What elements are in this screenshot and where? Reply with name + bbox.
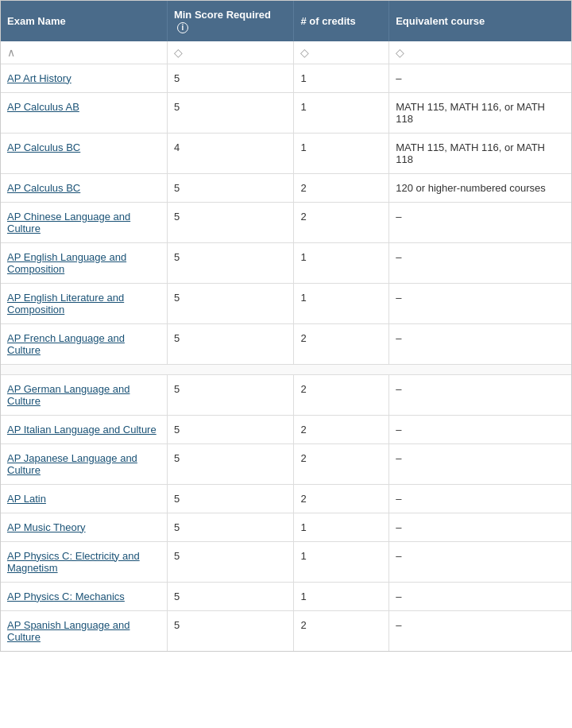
cell-credits: 1	[294, 64, 389, 92]
cell-credits: 1	[294, 582, 389, 610]
exam-link[interactable]: AP Calculus BC	[7, 182, 80, 194]
header-exam-name[interactable]: Exam Name	[1, 1, 167, 41]
cell-credits: 1	[294, 92, 389, 133]
cell-exam-name: AP German Language and Culture	[1, 374, 167, 415]
cell-equivalent: –	[389, 202, 571, 242]
cell-min-score: 5	[167, 323, 294, 364]
exam-link[interactable]: AP Spanish Language and Culture	[7, 619, 129, 643]
cell-min-score: 5	[167, 610, 294, 651]
sort-min-score[interactable]: ◇	[167, 41, 294, 64]
cell-exam-name: AP Music Theory	[1, 513, 167, 541]
table-row: AP Chinese Language and Culture 5 2 –	[1, 202, 571, 242]
table-row: AP English Language and Composition 5 1 …	[1, 242, 571, 283]
exam-link[interactable]: AP Chinese Language and Culture	[7, 211, 130, 234]
cell-credits: 2	[294, 374, 389, 415]
cell-credits: 1	[294, 283, 389, 323]
cell-exam-name: AP Physics C: Mechanics	[1, 582, 167, 610]
table-row: AP Art History 5 1 –	[1, 64, 571, 92]
table-row: AP German Language and Culture 5 2 –	[1, 374, 571, 415]
header-credits[interactable]: # of credits	[294, 1, 389, 41]
cell-min-score: 5	[167, 513, 294, 541]
exam-link[interactable]: AP Art History	[7, 72, 72, 84]
cell-equivalent: MATH 115, MATH 116, or MATH 118	[389, 133, 571, 173]
cell-credits: 2	[294, 323, 389, 364]
cell-min-score: 4	[167, 133, 294, 173]
table-header-row: Exam Name Min Score Required i # of cred…	[1, 1, 571, 41]
cell-min-score: 5	[167, 173, 294, 202]
cell-credits: 2	[294, 202, 389, 242]
cell-equivalent: –	[389, 582, 571, 610]
exam-link[interactable]: AP Physics C: Mechanics	[7, 591, 125, 602]
cell-credits: 2	[294, 610, 389, 651]
cell-equivalent: –	[389, 283, 571, 323]
cell-exam-name: AP Italian Language and Culture	[1, 415, 167, 443]
cell-min-score: 5	[167, 541, 294, 582]
cell-equivalent: –	[389, 242, 571, 283]
table-row: AP Music Theory 5 1 –	[1, 513, 571, 541]
exam-link[interactable]: AP Music Theory	[7, 521, 86, 533]
cell-exam-name: AP English Literature and Composition	[1, 283, 167, 323]
sort-exam[interactable]: ∧	[1, 41, 167, 64]
table-row: AP Italian Language and Culture 5 2 –	[1, 415, 571, 443]
header-equivalent[interactable]: Equivalent course	[389, 1, 571, 41]
cell-min-score: 5	[167, 242, 294, 283]
cell-min-score: 5	[167, 374, 294, 415]
exam-link[interactable]: AP German Language and Culture	[7, 383, 129, 407]
cell-equivalent: –	[389, 541, 571, 582]
cell-exam-name: AP Calculus BC	[1, 173, 167, 202]
exam-link[interactable]: AP French Language and Culture	[7, 332, 125, 356]
exam-link[interactable]: AP Physics C: Electricity and Magnetism	[7, 550, 140, 574]
min-score-info-icon[interactable]: i	[177, 22, 188, 33]
cell-equivalent: –	[389, 415, 571, 443]
cell-exam-name: AP Latin	[1, 484, 167, 513]
table-row: AP Physics C: Mechanics 5 1 –	[1, 582, 571, 610]
table-row: AP Calculus BC 5 2 120 or higher-numbere…	[1, 173, 571, 202]
sort-equivalent[interactable]: ◇	[389, 41, 571, 64]
cell-credits: 1	[294, 541, 389, 582]
cell-credits: 2	[294, 173, 389, 202]
sort-credits[interactable]: ◇	[294, 41, 389, 64]
cell-equivalent: –	[389, 443, 571, 484]
exam-link[interactable]: AP Japanese Language and Culture	[7, 452, 137, 476]
cell-equivalent: –	[389, 64, 571, 92]
cell-exam-name: AP Physics C: Electricity and Magnetism	[1, 541, 167, 582]
cell-exam-name: AP Calculus BC	[1, 133, 167, 173]
exam-link[interactable]: AP Calculus AB	[7, 101, 79, 113]
exam-link[interactable]: AP Italian Language and Culture	[7, 424, 157, 436]
cell-exam-name: AP Calculus AB	[1, 92, 167, 133]
cell-min-score: 5	[167, 92, 294, 133]
sort-row: ∧ ◇ ◇ ◇	[1, 41, 571, 64]
exam-link[interactable]: AP English Language and Composition	[7, 251, 126, 275]
table-row: AP Spanish Language and Culture 5 2 –	[1, 610, 571, 651]
cell-equivalent: –	[389, 484, 571, 513]
cell-min-score: 5	[167, 64, 294, 92]
cell-min-score: 5	[167, 582, 294, 610]
cell-equivalent: MATH 115, MATH 116, or MATH 118	[389, 92, 571, 133]
table-row: AP French Language and Culture 5 2 –	[1, 323, 571, 364]
cell-equivalent: –	[389, 374, 571, 415]
header-min-score[interactable]: Min Score Required i	[167, 1, 294, 41]
cell-exam-name: AP Spanish Language and Culture	[1, 610, 167, 651]
cell-credits: 1	[294, 242, 389, 283]
cell-credits: 2	[294, 484, 389, 513]
cell-equivalent: –	[389, 610, 571, 651]
table-row: AP English Literature and Composition 5 …	[1, 283, 571, 323]
cell-min-score: 5	[167, 415, 294, 443]
table-row: AP Calculus BC 4 1 MATH 115, MATH 116, o…	[1, 133, 571, 173]
cell-credits: 1	[294, 133, 389, 173]
exam-link[interactable]: AP English Literature and Composition	[7, 292, 124, 316]
exam-link[interactable]: AP Calculus BC	[7, 141, 80, 153]
spacer-cell	[1, 364, 571, 374]
cell-credits: 2	[294, 415, 389, 443]
cell-exam-name: AP Chinese Language and Culture	[1, 202, 167, 242]
table-row: AP Calculus AB 5 1 MATH 115, MATH 116, o…	[1, 92, 571, 133]
cell-exam-name: AP French Language and Culture	[1, 323, 167, 364]
cell-min-score: 5	[167, 283, 294, 323]
exam-link[interactable]: AP Latin	[7, 493, 46, 505]
ap-credits-table: Exam Name Min Score Required i # of cred…	[0, 0, 572, 652]
cell-exam-name: AP Art History	[1, 64, 167, 92]
cell-min-score: 5	[167, 202, 294, 242]
table-row: AP Latin 5 2 –	[1, 484, 571, 513]
cell-credits: 1	[294, 513, 389, 541]
cell-exam-name: AP English Language and Composition	[1, 242, 167, 283]
